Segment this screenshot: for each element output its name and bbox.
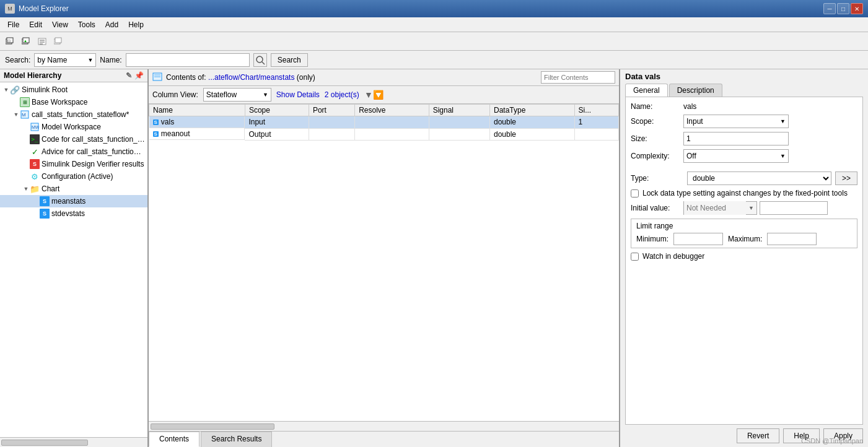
tree-advice[interactable]: ✓ Advice for call_stats_function_statefo… (0, 145, 147, 158)
maximize-button[interactable]: □ (837, 3, 849, 14)
filter-funnel-icon[interactable]: ▼🔽 (364, 90, 384, 100)
chart-icon: 📁 (30, 184, 40, 194)
initial-value-input[interactable] (684, 201, 746, 215)
search-options-button[interactable] (253, 53, 267, 67)
menu-file[interactable]: File (2, 19, 24, 30)
revert-button[interactable]: Revert (737, 428, 779, 443)
initial-value-label: Initial value: (631, 204, 683, 212)
size-input[interactable] (683, 132, 789, 145)
right-tabs: General Description (620, 84, 868, 97)
column-view-dropdown[interactable]: Stateflow ▼ (203, 88, 271, 102)
tab-search-results[interactable]: Search Results (201, 432, 272, 447)
model-hierarchy-tree: ▼ 🔗 Simulink Root ⊞ Base Workspace ▼ M c… (0, 82, 147, 437)
complexity-dropdown[interactable]: Off ▼ (683, 149, 789, 163)
tab-description[interactable]: Description (669, 84, 722, 97)
objects-count-link[interactable]: 2 object(s) (325, 90, 359, 99)
table-row[interactable]: S meanout Output double (149, 128, 619, 140)
scope-field-label: Scope: (631, 117, 683, 126)
menu-view[interactable]: View (47, 19, 73, 30)
config-label: Configuration (Active) (42, 172, 113, 181)
search-button[interactable]: Search (271, 53, 308, 67)
type-field-label: Type: (631, 174, 683, 183)
menu-edit[interactable]: Edit (24, 19, 47, 30)
tree-chart[interactable]: ▼ 📁 Chart (0, 183, 147, 195)
row-meanout-datatype: double (490, 128, 575, 140)
col-header-signal[interactable]: Signal (429, 105, 489, 116)
toolbar-btn-1[interactable]: ⊡ (2, 35, 17, 48)
contents-header: Contents of: ...ateflow/Chart/meanstats … (149, 69, 619, 86)
contents-path-link[interactable]: ...ateflow/Chart/meanstats (208, 73, 294, 82)
toolbar-btn-2[interactable]: ▲ (19, 35, 33, 48)
hierarchy-edit-icon[interactable]: ✎ (126, 71, 132, 80)
hierarchy-pin-icon[interactable]: 📌 (134, 71, 144, 80)
col-header-scope[interactable]: Scope (245, 105, 309, 116)
menu-tools[interactable]: Tools (73, 19, 100, 30)
name-field-row: Name: vals (631, 102, 857, 111)
table-row[interactable]: S vals Input double 1 (149, 116, 619, 129)
col-header-resolve[interactable]: Resolve (355, 105, 429, 116)
type-field-row: Type: double single int8 uint8 int16 uin… (631, 171, 857, 185)
simulink-root-icon: 🔗 (10, 85, 20, 95)
title-bar-buttons: ─ □ ✕ (823, 3, 863, 14)
contents-icon (152, 72, 162, 84)
tree-call-stats[interactable]: ▼ M call_stats_function_stateflow* (0, 108, 147, 121)
maximum-input[interactable] (767, 233, 817, 245)
search-name-input[interactable] (126, 53, 250, 67)
call-stats-icon: M (20, 110, 30, 119)
svg-text:MW: MW (32, 125, 39, 129)
limit-range-group: Limit range Minimum: Maximum: (631, 219, 857, 248)
toggle-chart[interactable]: ▼ (22, 186, 30, 192)
search-by-dropdown[interactable]: by Name ▼ (34, 53, 96, 67)
tree-base-workspace[interactable]: ⊞ Base Workspace (0, 96, 147, 108)
tab-general[interactable]: General (625, 84, 668, 97)
toolbar-btn-3[interactable] (35, 35, 50, 48)
minimum-input[interactable] (673, 233, 723, 245)
code-icon: >_ (30, 134, 40, 144)
row-meanout-name: S meanout (149, 128, 245, 140)
meanstats-label: meanstats (51, 197, 85, 206)
tree-stdevstats[interactable]: S stdevstats (0, 207, 147, 220)
menu-help[interactable]: Help (123, 19, 149, 30)
col-header-port[interactable]: Port (309, 105, 354, 116)
svg-line-13 (262, 62, 265, 64)
title-bar-title: Model Explorer (19, 4, 69, 13)
watch-debugger-checkbox[interactable] (631, 253, 639, 261)
filter-contents-input[interactable] (541, 71, 615, 84)
lock-label: Lock data type setting against changes b… (642, 189, 848, 197)
tree-simulink-root[interactable]: ▼ 🔗 Simulink Root (0, 84, 147, 96)
code-label: Code for call_stats_function_stateflow (42, 135, 145, 144)
config-icon: ⚙ (30, 171, 40, 181)
right-content: Name: vals Scope: Input ▼ Size: Complexi… (625, 97, 863, 425)
lock-checkbox-row: Lock data type setting against changes b… (631, 189, 857, 197)
tab-contents[interactable]: Contents (149, 432, 199, 447)
tree-meanstats[interactable]: S meanstats (0, 195, 147, 207)
name-field-value: vals (683, 102, 696, 111)
left-panel-scrollbar[interactable] (0, 437, 147, 447)
tree-config[interactable]: ⚙ Configuration (Active) (0, 170, 147, 183)
minimize-button[interactable]: ─ (823, 3, 836, 14)
col-header-datatype[interactable]: DataType (490, 105, 575, 116)
type-expand-button[interactable]: >> (835, 171, 857, 185)
tree-model-workspace[interactable]: MW Model Workspace (0, 121, 147, 133)
type-select[interactable]: double single int8 uint8 int16 uint16 in… (687, 171, 831, 185)
initial-value-extra-input[interactable] (760, 201, 828, 215)
col-header-size[interactable]: Si... (574, 105, 618, 116)
scope-field-row: Scope: Input ▼ (631, 115, 857, 128)
close-button[interactable]: ✕ (851, 3, 863, 14)
tree-sdv[interactable]: S Simulink Design Verifier results (0, 158, 147, 170)
menu-add[interactable]: Add (100, 19, 123, 30)
toggle-simulink-root[interactable]: ▼ (2, 87, 10, 93)
svg-text:▲: ▲ (24, 39, 27, 43)
lock-checkbox[interactable] (631, 189, 639, 197)
row-vals-resolve (355, 116, 429, 129)
col-header-name[interactable]: Name (149, 105, 245, 116)
toggle-call-stats[interactable]: ▼ (12, 111, 20, 118)
table-scrollbar[interactable] (149, 421, 619, 431)
tree-code[interactable]: >_ Code for call_stats_function_stateflo… (0, 133, 147, 145)
title-bar-left: M Model Explorer (5, 4, 69, 14)
svg-rect-11 (55, 38, 61, 43)
scope-dropdown[interactable]: Input ▼ (683, 115, 789, 128)
show-details-link[interactable]: Show Details (276, 90, 320, 99)
sdv-label: Simulink Design Verifier results (42, 160, 144, 168)
toolbar-btn-4[interactable] (51, 35, 66, 48)
